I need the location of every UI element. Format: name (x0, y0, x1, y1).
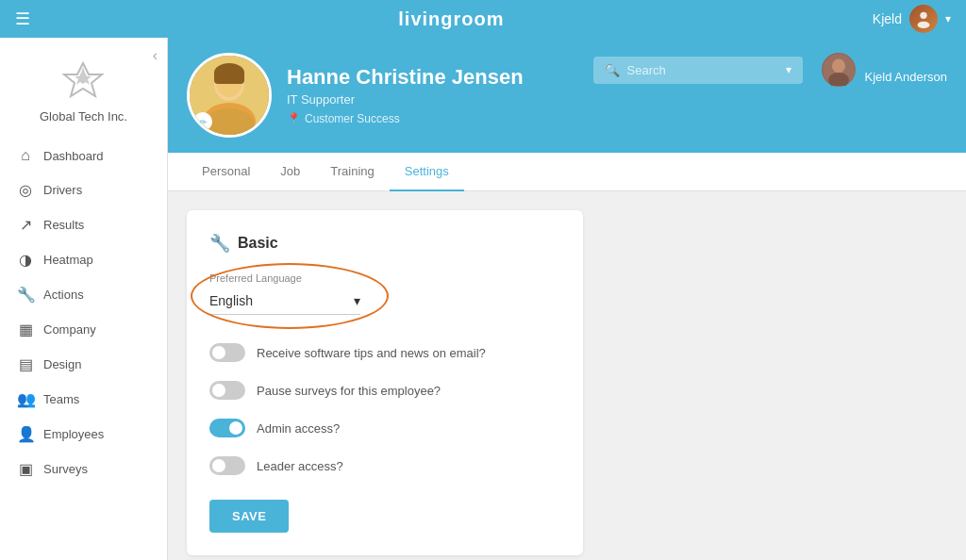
sidebar-item-design[interactable]: ▤ Design (0, 347, 167, 382)
sidebar-item-results[interactable]: ↗ Results (0, 207, 167, 242)
search-dropdown-icon[interactable]: ▾ (786, 63, 791, 76)
sidebar-item-teams[interactable]: 👥 Teams (0, 382, 167, 417)
sidebar-label-teams: Teams (43, 392, 79, 406)
sidebar-label-design: Design (43, 357, 81, 371)
svg-rect-7 (214, 71, 244, 84)
wrench-icon: 🔧 (209, 233, 230, 254)
tab-job[interactable]: Job (265, 153, 315, 191)
search-input[interactable] (627, 63, 778, 77)
user-avatar[interactable] (909, 5, 938, 33)
toggle-admin-access-label: Admin access? (257, 421, 340, 436)
toggle-admin-access-switch[interactable] (209, 419, 245, 437)
sidebar-label-dashboard: Dashboard (43, 149, 104, 163)
toggle-admin-access: Admin access? (209, 409, 560, 447)
svg-point-10 (832, 59, 845, 74)
language-field-group: Preferred Language English ▾ (209, 272, 560, 315)
manager-label: Manager (865, 57, 947, 70)
employees-icon: 👤 (17, 425, 34, 443)
profile-left: ✏ Hanne Christine Jensen IT Supporter 📍 … (187, 53, 524, 138)
save-button[interactable]: SAVE (209, 500, 289, 533)
main-content: ✏ Hanne Christine Jensen IT Supporter 📍 … (168, 38, 966, 560)
profile-edit-icon[interactable]: ✏ (193, 112, 212, 131)
app-title: livingroom (398, 8, 504, 30)
sidebar-item-actions[interactable]: 🔧 Actions (0, 277, 167, 312)
sidebar-item-drivers[interactable]: ◎ Drivers (0, 173, 167, 207)
sidebar-item-dashboard[interactable]: ⌂ Dashboard (0, 139, 167, 173)
manager-text: Manager Kjeld Anderson (865, 57, 947, 84)
sidebar-label-surveys: Surveys (43, 462, 88, 476)
settings-content: 🔧 Basic Preferred Language English ▾ Rec… (168, 191, 966, 560)
manager-name: Kjeld Anderson (865, 70, 947, 84)
company-logo-icon (59, 57, 107, 104)
results-icon: ↗ (17, 216, 34, 234)
toggle-software-tips-switch[interactable] (209, 343, 245, 362)
settings-card: 🔧 Basic Preferred Language English ▾ Rec… (187, 210, 583, 555)
user-dropdown-icon[interactable]: ▾ (945, 12, 951, 25)
svg-point-1 (918, 22, 930, 28)
sidebar-label-drivers: Drivers (43, 183, 82, 197)
topbar-username: Kjeld (873, 11, 902, 26)
toggle-software-tips-label: Receive software tips and news on email? (257, 346, 486, 360)
sidebar-item-surveys[interactable]: ▣ Surveys (0, 452, 167, 486)
toggle-leader-access: Leader access? (209, 447, 560, 485)
topbar-left: ☰ (15, 8, 30, 29)
design-icon: ▤ (17, 355, 34, 373)
sidebar-nav: ⌂ Dashboard ◎ Drivers ↗ Results ◑ Heatma… (0, 139, 167, 486)
tabs: Personal Job Training Settings (168, 153, 966, 191)
svg-point-0 (920, 12, 926, 19)
sidebar-item-heatmap[interactable]: ◑ Heatmap (0, 242, 167, 277)
dashboard-icon: ⌂ (17, 147, 34, 164)
manager-info: Manager Kjeld Anderson (822, 53, 947, 87)
layout: ‹ Global Tech Inc. ⌂ Dashboard ◎ Drivers… (0, 38, 966, 560)
profile-right: 🔍 ▾ Manager Kjeld Anderson (593, 53, 947, 87)
profile-department: 📍 Customer Success (287, 112, 524, 125)
sidebar-item-company[interactable]: ▦ Company (0, 312, 167, 347)
toggle-pause-surveys: Pause surveys for this employee? (209, 371, 560, 409)
toggle-leader-access-switch[interactable] (209, 456, 245, 475)
profile-avatar: ✏ (187, 53, 272, 138)
toggle-software-tips: Receive software tips and news on email? (209, 334, 560, 371)
teams-icon: 👥 (17, 390, 34, 408)
company-icon: ▦ (17, 321, 34, 338)
tab-training[interactable]: Training (315, 153, 389, 191)
profile-name: Hanne Christine Jensen (287, 65, 524, 90)
toggle-leader-access-label: Leader access? (257, 459, 343, 473)
heatmap-icon: ◑ (17, 251, 34, 269)
language-dropdown-icon[interactable]: ▾ (354, 293, 360, 308)
sidebar-label-results: Results (43, 218, 84, 232)
sidebar-logo: Global Tech Inc. (40, 57, 127, 124)
toggle-pause-surveys-label: Pause surveys for this employee? (257, 384, 441, 398)
manager-avatar (822, 53, 856, 87)
toggle-pause-surveys-switch[interactable] (209, 381, 245, 400)
profile-header: ✏ Hanne Christine Jensen IT Supporter 📍 … (168, 38, 966, 153)
sidebar-label-actions: Actions (43, 288, 84, 302)
topbar-right: Kjeld ▾ (873, 5, 951, 33)
section-title: 🔧 Basic (209, 233, 560, 254)
location-icon: 📍 (287, 112, 301, 125)
topbar: ☰ livingroom Kjeld ▾ (0, 0, 966, 38)
tab-personal[interactable]: Personal (187, 153, 265, 191)
surveys-icon: ▣ (17, 460, 34, 478)
company-name: Global Tech Inc. (40, 109, 127, 124)
actions-icon: 🔧 (17, 286, 34, 304)
sidebar-label-employees: Employees (43, 427, 104, 441)
hamburger-icon[interactable]: ☰ (15, 8, 30, 29)
profile-title: IT Supporter (287, 92, 524, 107)
profile-info: Hanne Christine Jensen IT Supporter 📍 Cu… (287, 65, 524, 125)
search-bar[interactable]: 🔍 ▾ (593, 57, 803, 84)
sidebar-label-company: Company (43, 322, 96, 337)
drivers-icon: ◎ (17, 181, 34, 199)
language-label: Preferred Language (209, 272, 560, 284)
sidebar-label-heatmap: Heatmap (43, 253, 93, 267)
language-selector[interactable]: English ▾ (209, 288, 360, 315)
sidebar-collapse-button[interactable]: ‹ (153, 47, 158, 64)
language-value: English (209, 293, 253, 308)
sidebar-item-employees[interactable]: 👤 Employees (0, 417, 167, 452)
search-icon: 🔍 (605, 63, 620, 77)
sidebar: ‹ Global Tech Inc. ⌂ Dashboard ◎ Drivers… (0, 38, 168, 560)
tab-settings[interactable]: Settings (390, 153, 464, 191)
